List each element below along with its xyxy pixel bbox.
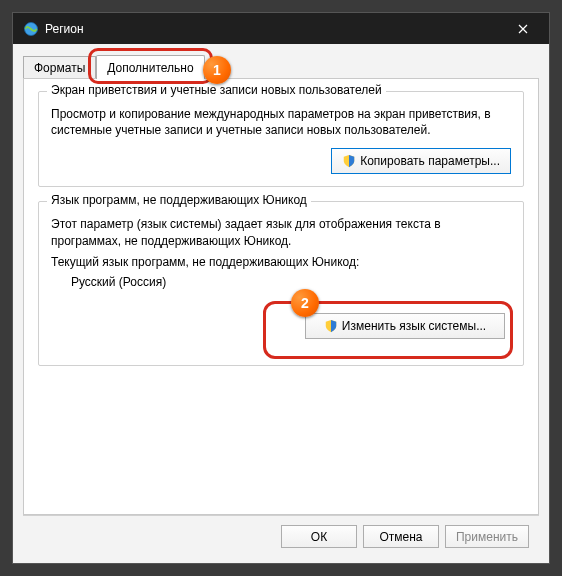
tab-formats-label: Форматы — [34, 61, 85, 75]
tab-advanced[interactable]: Дополнительно — [96, 55, 204, 79]
titlebar: Регион — [13, 13, 549, 44]
copy-settings-button[interactable]: Копировать параметры... — [331, 148, 511, 174]
annotation-badge-1: 1 — [203, 56, 231, 84]
close-button[interactable] — [501, 13, 545, 44]
close-icon — [518, 24, 528, 34]
group-welcome-desc: Просмотр и копирование международных пар… — [51, 106, 511, 138]
ok-button[interactable]: ОК — [281, 525, 357, 548]
current-lang-value: Русский (Россия) — [71, 275, 511, 289]
apply-button[interactable]: Применить — [445, 525, 529, 548]
shield-icon — [324, 319, 338, 333]
group-non-unicode-desc: Этот параметр (язык системы) задает язык… — [51, 216, 511, 248]
globe-icon — [23, 21, 39, 37]
tab-formats[interactable]: Форматы — [23, 56, 96, 78]
tab-advanced-label: Дополнительно — [107, 61, 193, 75]
window-title: Регион — [45, 22, 501, 36]
group-non-unicode-title: Язык программ, не поддерживающих Юникод — [47, 193, 311, 207]
shield-icon — [342, 154, 356, 168]
group-welcome-screen: Экран приветствия и учетные записи новых… — [38, 91, 524, 187]
annotation-badge-2: 2 — [291, 289, 319, 317]
tab-panel-advanced: Экран приветствия и учетные записи новых… — [23, 78, 539, 515]
change-system-locale-label: Изменить язык системы... — [342, 319, 486, 333]
copy-settings-label: Копировать параметры... — [360, 154, 500, 168]
region-dialog: Регион Форматы Дополнительно 1 Экран при… — [12, 12, 550, 564]
change-system-locale-button[interactable]: Изменить язык системы... — [305, 313, 505, 339]
group-welcome-title: Экран приветствия и учетные записи новых… — [47, 83, 386, 97]
cancel-button[interactable]: Отмена — [363, 525, 439, 548]
current-lang-label: Текущий язык программ, не поддерживающих… — [51, 255, 511, 269]
tab-strip: Форматы Дополнительно 1 — [23, 54, 539, 78]
group-non-unicode: Язык программ, не поддерживающих Юникод … — [38, 201, 524, 365]
dialog-footer: ОК Отмена Применить — [23, 515, 539, 557]
client-area: Форматы Дополнительно 1 Экран приветстви… — [13, 44, 549, 563]
